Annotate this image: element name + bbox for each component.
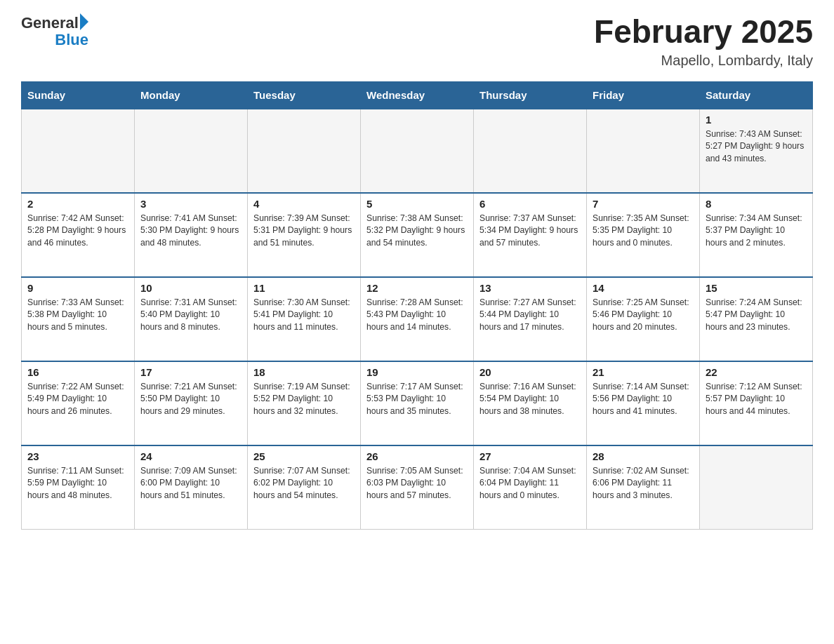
calendar-day-cell — [361, 109, 474, 193]
day-number: 14 — [593, 282, 694, 294]
calendar-day-cell: 9Sunrise: 7:33 AM Sunset: 5:38 PM Daylig… — [22, 277, 135, 361]
calendar-day-cell: 2Sunrise: 7:42 AM Sunset: 5:28 PM Daylig… — [22, 193, 135, 277]
calendar-day-cell: 27Sunrise: 7:04 AM Sunset: 6:04 PM Dayli… — [474, 445, 587, 530]
calendar-week-row: 23Sunrise: 7:11 AM Sunset: 5:59 PM Dayli… — [22, 445, 813, 530]
day-sun-info: Sunrise: 7:07 AM Sunset: 6:02 PM Dayligh… — [253, 465, 355, 502]
calendar-day-cell: 12Sunrise: 7:28 AM Sunset: 5:43 PM Dayli… — [361, 277, 474, 361]
day-sun-info: Sunrise: 7:31 AM Sunset: 5:40 PM Dayligh… — [140, 297, 241, 334]
day-number: 21 — [593, 366, 694, 378]
calendar-week-row: 2Sunrise: 7:42 AM Sunset: 5:28 PM Daylig… — [22, 193, 813, 277]
calendar-day-cell: 18Sunrise: 7:19 AM Sunset: 5:52 PM Dayli… — [248, 361, 361, 445]
calendar-day-cell: 15Sunrise: 7:24 AM Sunset: 5:47 PM Dayli… — [700, 277, 813, 361]
day-sun-info: Sunrise: 7:30 AM Sunset: 5:41 PM Dayligh… — [253, 297, 355, 334]
logo-blue-text: Blue — [55, 32, 88, 48]
calendar-day-cell: 23Sunrise: 7:11 AM Sunset: 5:59 PM Dayli… — [22, 445, 135, 530]
day-number: 27 — [479, 450, 581, 462]
calendar-day-cell — [700, 445, 813, 530]
logo-general-text: General — [21, 14, 79, 32]
day-of-week-header: Sunday — [22, 81, 135, 109]
calendar-day-cell: 24Sunrise: 7:09 AM Sunset: 6:00 PM Dayli… — [135, 445, 248, 530]
calendar-day-cell: 28Sunrise: 7:02 AM Sunset: 6:06 PM Dayli… — [587, 445, 700, 530]
day-number: 23 — [27, 450, 128, 462]
calendar-header-row: SundayMondayTuesdayWednesdayThursdayFrid… — [22, 81, 813, 109]
day-number: 11 — [253, 282, 355, 294]
day-sun-info: Sunrise: 7:39 AM Sunset: 5:31 PM Dayligh… — [253, 213, 355, 250]
day-sun-info: Sunrise: 7:42 AM Sunset: 5:28 PM Dayligh… — [27, 213, 128, 250]
day-sun-info: Sunrise: 7:16 AM Sunset: 5:54 PM Dayligh… — [479, 381, 581, 418]
day-sun-info: Sunrise: 7:11 AM Sunset: 5:59 PM Dayligh… — [27, 465, 128, 502]
calendar-day-cell: 5Sunrise: 7:38 AM Sunset: 5:32 PM Daylig… — [361, 193, 474, 277]
calendar-day-cell — [135, 109, 248, 193]
day-number: 8 — [706, 198, 807, 210]
calendar-day-cell: 17Sunrise: 7:21 AM Sunset: 5:50 PM Dayli… — [135, 361, 248, 445]
calendar-day-cell: 21Sunrise: 7:14 AM Sunset: 5:56 PM Dayli… — [587, 361, 700, 445]
calendar-day-cell — [587, 109, 700, 193]
day-number: 4 — [253, 198, 355, 210]
day-sun-info: Sunrise: 7:09 AM Sunset: 6:00 PM Dayligh… — [140, 465, 241, 502]
calendar-day-cell: 14Sunrise: 7:25 AM Sunset: 5:46 PM Dayli… — [587, 277, 700, 361]
page-header: General Blue February 2025 Mapello, Lomb… — [21, 14, 813, 69]
day-sun-info: Sunrise: 7:02 AM Sunset: 6:06 PM Dayligh… — [593, 465, 694, 502]
day-number: 2 — [27, 198, 128, 210]
logo-arrow-icon — [80, 13, 88, 30]
title-block: February 2025 Mapello, Lombardy, Italy — [594, 14, 813, 69]
day-number: 18 — [253, 366, 355, 378]
calendar-day-cell: 20Sunrise: 7:16 AM Sunset: 5:54 PM Dayli… — [474, 361, 587, 445]
day-sun-info: Sunrise: 7:41 AM Sunset: 5:30 PM Dayligh… — [140, 213, 241, 250]
day-of-week-header: Friday — [587, 81, 700, 109]
calendar-day-cell: 11Sunrise: 7:30 AM Sunset: 5:41 PM Dayli… — [248, 277, 361, 361]
day-sun-info: Sunrise: 7:43 AM Sunset: 5:27 PM Dayligh… — [706, 128, 807, 166]
calendar-day-cell — [22, 109, 135, 193]
calendar-day-cell: 19Sunrise: 7:17 AM Sunset: 5:53 PM Dayli… — [361, 361, 474, 445]
day-sun-info: Sunrise: 7:12 AM Sunset: 5:57 PM Dayligh… — [706, 381, 807, 418]
calendar-day-cell — [474, 109, 587, 193]
logo: General Blue — [21, 14, 88, 48]
calendar-day-cell: 25Sunrise: 7:07 AM Sunset: 6:02 PM Dayli… — [248, 445, 361, 530]
day-number: 5 — [366, 198, 468, 210]
day-number: 24 — [140, 450, 241, 462]
day-number: 15 — [706, 282, 807, 294]
day-number: 22 — [706, 366, 807, 378]
calendar-week-row: 16Sunrise: 7:22 AM Sunset: 5:49 PM Dayli… — [22, 361, 813, 445]
day-sun-info: Sunrise: 7:24 AM Sunset: 5:47 PM Dayligh… — [706, 297, 807, 334]
calendar-day-cell — [248, 109, 361, 193]
day-of-week-header: Thursday — [474, 81, 587, 109]
day-of-week-header: Saturday — [700, 81, 813, 109]
calendar-day-cell: 6Sunrise: 7:37 AM Sunset: 5:34 PM Daylig… — [474, 193, 587, 277]
day-sun-info: Sunrise: 7:37 AM Sunset: 5:34 PM Dayligh… — [479, 213, 581, 250]
day-of-week-header: Monday — [135, 81, 248, 109]
calendar-day-cell: 26Sunrise: 7:05 AM Sunset: 6:03 PM Dayli… — [361, 445, 474, 530]
day-sun-info: Sunrise: 7:28 AM Sunset: 5:43 PM Dayligh… — [366, 297, 468, 334]
day-number: 12 — [366, 282, 468, 294]
calendar-day-cell: 4Sunrise: 7:39 AM Sunset: 5:31 PM Daylig… — [248, 193, 361, 277]
calendar-week-row: 1Sunrise: 7:43 AM Sunset: 5:27 PM Daylig… — [22, 109, 813, 193]
calendar-day-cell: 7Sunrise: 7:35 AM Sunset: 5:35 PM Daylig… — [587, 193, 700, 277]
day-sun-info: Sunrise: 7:17 AM Sunset: 5:53 PM Dayligh… — [366, 381, 468, 418]
day-number: 28 — [593, 450, 694, 462]
location-title: Mapello, Lombardy, Italy — [594, 53, 813, 69]
day-number: 19 — [366, 366, 468, 378]
day-sun-info: Sunrise: 7:05 AM Sunset: 6:03 PM Dayligh… — [366, 465, 468, 502]
day-sun-info: Sunrise: 7:35 AM Sunset: 5:35 PM Dayligh… — [593, 213, 694, 250]
day-sun-info: Sunrise: 7:25 AM Sunset: 5:46 PM Dayligh… — [593, 297, 694, 334]
calendar-day-cell: 1Sunrise: 7:43 AM Sunset: 5:27 PM Daylig… — [700, 109, 813, 193]
calendar-day-cell: 3Sunrise: 7:41 AM Sunset: 5:30 PM Daylig… — [135, 193, 248, 277]
day-number: 10 — [140, 282, 241, 294]
day-number: 16 — [27, 366, 128, 378]
day-number: 17 — [140, 366, 241, 378]
day-sun-info: Sunrise: 7:14 AM Sunset: 5:56 PM Dayligh… — [593, 381, 694, 418]
day-sun-info: Sunrise: 7:33 AM Sunset: 5:38 PM Dayligh… — [27, 297, 128, 334]
calendar-week-row: 9Sunrise: 7:33 AM Sunset: 5:38 PM Daylig… — [22, 277, 813, 361]
day-sun-info: Sunrise: 7:19 AM Sunset: 5:52 PM Dayligh… — [253, 381, 355, 418]
day-number: 7 — [593, 198, 694, 210]
calendar-table: SundayMondayTuesdayWednesdayThursdayFrid… — [21, 81, 813, 530]
day-of-week-header: Tuesday — [248, 81, 361, 109]
day-number: 20 — [479, 366, 581, 378]
day-sun-info: Sunrise: 7:27 AM Sunset: 5:44 PM Dayligh… — [479, 297, 581, 334]
day-of-week-header: Wednesday — [361, 81, 474, 109]
day-sun-info: Sunrise: 7:34 AM Sunset: 5:37 PM Dayligh… — [706, 213, 807, 250]
month-title: February 2025 — [594, 14, 813, 50]
day-number: 9 — [27, 282, 128, 294]
day-number: 6 — [479, 198, 581, 210]
day-sun-info: Sunrise: 7:38 AM Sunset: 5:32 PM Dayligh… — [366, 213, 468, 250]
